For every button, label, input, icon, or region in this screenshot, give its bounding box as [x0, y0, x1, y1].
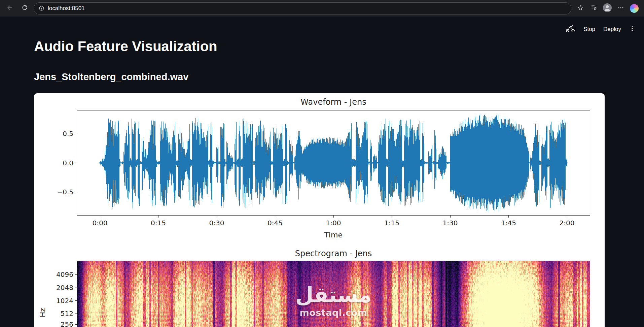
figure-card: Waveform - Jens Time Spectrogram - Jens …: [34, 93, 605, 327]
app-header: Stop Deploy: [565, 24, 635, 34]
x-tick-label: 2:00: [552, 219, 582, 227]
figure: Waveform - Jens Time Spectrogram - Jens …: [34, 93, 605, 327]
site-info-icon[interactable]: [39, 5, 44, 11]
app-menu-button[interactable]: [629, 25, 635, 33]
x-tick-label: 0:00: [85, 219, 115, 227]
x-tick-mark: [508, 216, 509, 218]
address-bar[interactable]: localhost:8501: [34, 2, 571, 14]
file-name-subtitle: Jens_Stoltenberg_combined.wav: [34, 71, 188, 83]
star-icon: [577, 4, 584, 12]
x-tick-label: 1:45: [494, 219, 524, 227]
spec-y-tick-mark: [75, 274, 77, 275]
spectrogram-plot-area: [77, 261, 590, 327]
waveform-plot-area: [77, 110, 590, 216]
y-tick-mark: [75, 192, 77, 192]
y-tick-label: 0.0: [40, 159, 73, 167]
y-tick-mark: [75, 134, 77, 134]
copilot-button[interactable]: [629, 3, 640, 14]
x-tick-label: 0:15: [143, 219, 174, 227]
browser-toolbar: localhost:8501: [0, 0, 644, 17]
deploy-button[interactable]: Deploy: [603, 26, 621, 33]
toolbar-right-cluster: [575, 3, 640, 14]
waveform-title: Waveform - Jens: [77, 97, 590, 107]
ellipsis-icon: [618, 5, 624, 12]
waveform-canvas: [77, 110, 590, 215]
y-tick-label: 0.5: [40, 130, 73, 138]
bookmark-star-button[interactable]: [575, 3, 586, 14]
spec-y-tick-label: 256: [40, 320, 73, 327]
spec-y-tick-mark: [75, 324, 77, 325]
back-icon: [6, 4, 13, 12]
favorites-icon: [591, 4, 597, 12]
x-tick-mark: [158, 216, 158, 218]
x-tick-mark: [217, 216, 217, 218]
spec-y-tick-label: 2048: [40, 284, 73, 292]
spec-y-tick-mark: [75, 288, 77, 288]
x-tick-mark: [392, 216, 392, 218]
more-options-button[interactable]: [615, 3, 627, 14]
avatar-icon: [603, 3, 612, 13]
page-title: Audio Feature Visualization: [34, 38, 217, 55]
x-tick-label: 0:30: [202, 219, 232, 227]
x-tick-mark: [275, 216, 275, 218]
y-tick-label: −0.5: [40, 188, 73, 196]
spectrogram-title: Spectrogram - Jens: [77, 249, 590, 258]
x-tick-mark: [450, 216, 451, 218]
spec-y-tick-mark: [75, 314, 77, 314]
x-tick-label: 0:45: [260, 219, 290, 227]
streamlit-app: Stop Deploy Audio Feature Visualization …: [0, 17, 644, 327]
spec-y-tick-label: 512: [40, 309, 73, 318]
y-tick-mark: [75, 163, 77, 163]
spec-y-tick-label: 1024: [40, 297, 73, 305]
x-tick-mark: [100, 216, 100, 218]
profile-avatar[interactable]: [602, 3, 613, 14]
stop-button[interactable]: Stop: [583, 26, 595, 33]
favorites-button[interactable]: [588, 3, 600, 14]
waveform-xlabel: Time: [77, 231, 590, 239]
x-tick-label: 1:00: [318, 219, 349, 227]
x-tick-label: 1:30: [435, 219, 465, 227]
x-tick-label: 1:15: [377, 219, 407, 227]
reload-icon: [22, 4, 28, 12]
spec-y-tick-label: 4096: [40, 270, 73, 279]
copilot-icon: [630, 4, 639, 13]
running-icon: [565, 24, 575, 34]
url-text: localhost:8501: [48, 5, 85, 12]
back-button[interactable]: [4, 3, 15, 14]
spectrogram-canvas: [77, 261, 590, 327]
spec-y-tick-mark: [75, 300, 77, 301]
x-tick-mark: [567, 216, 567, 218]
reload-button[interactable]: [19, 3, 30, 14]
x-tick-mark: [333, 216, 334, 218]
